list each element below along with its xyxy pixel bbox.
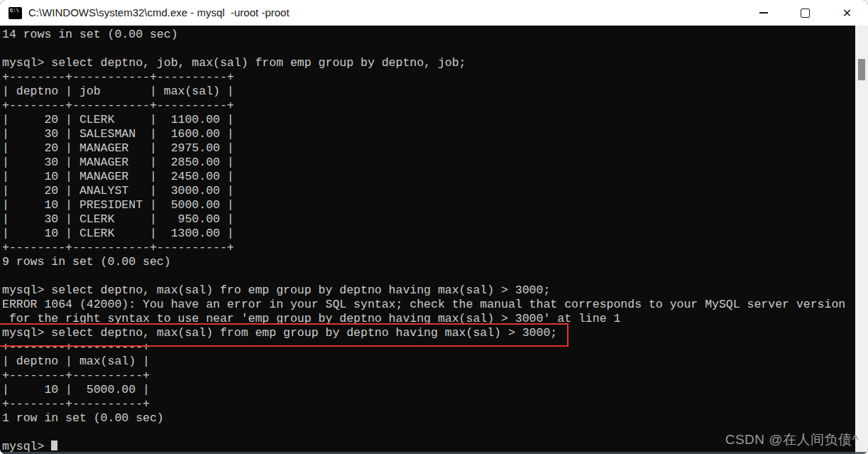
terminal-line-rowcount: 14 rows in set (0.00 sec) xyxy=(2,28,855,42)
terminal-output[interactable]: 14 rows in set (0.00 sec) mysql> select … xyxy=(0,26,855,454)
terminal-line-query1: mysql> select deptno, job, max(sal) from… xyxy=(2,56,855,70)
table-row: | 30 | SALESMAN | 1600.00 | xyxy=(2,127,855,141)
table-row: | 20 | CLERK | 1100.00 | xyxy=(2,113,855,127)
terminal-line-table-border: +--------+----------+ xyxy=(2,397,855,411)
title-bar[interactable]: C:\ C:\WINDOWS\system32\cmd.exe - mysql … xyxy=(0,0,868,26)
terminal-line-table-border: +--------+-----------+----------+ xyxy=(2,99,855,113)
terminal-line-query2-typo: mysql> select deptno, max(sal) fro emp g… xyxy=(2,283,855,298)
minimize-button[interactable] xyxy=(742,0,784,26)
table-row: | 10 | PRESIDENT | 5000.00 | xyxy=(2,198,855,212)
terminal-line-table-header: | deptno | job | max(sal) | xyxy=(2,85,855,99)
terminal-line-table-header: | deptno | max(sal) | xyxy=(2,355,855,369)
table-row: | 10 | CLERK | 1300.00 | xyxy=(2,227,855,241)
terminal-line-table-border: +--------+----------+ xyxy=(2,369,855,383)
terminal-line-blank xyxy=(2,42,855,56)
maximize-button[interactable] xyxy=(784,0,826,26)
terminal-line-query3-highlighted: mysql> select deptno, max(sal) from emp … xyxy=(2,326,855,340)
cmd-window: C:\ C:\WINDOWS\system32\cmd.exe - mysql … xyxy=(0,0,868,454)
maximize-icon xyxy=(801,9,810,18)
close-icon: ✕ xyxy=(842,6,852,20)
table-row: | 30 | CLERK | 950.00 | xyxy=(2,212,855,227)
table-row: | 20 | ANALYST | 3000.00 | xyxy=(2,184,855,198)
cmd-icon: C:\ xyxy=(9,7,22,19)
table-row: | 30 | MANAGER | 2850.00 | xyxy=(2,156,855,170)
window-controls: ✕ xyxy=(742,0,868,26)
terminal-line-rowcount: 1 row in set (0.00 sec) xyxy=(2,411,855,426)
table-row: | 10 | 5000.00 | xyxy=(2,383,855,397)
terminal-line-blank xyxy=(2,269,855,283)
text-cursor xyxy=(51,441,57,450)
terminal-line-table-border: +--------+----------+ xyxy=(2,340,855,355)
csdn-watermark: CSDN @在人间负债^ xyxy=(725,431,859,449)
terminal-line-table-border: +--------+-----------+----------+ xyxy=(2,70,855,85)
minimize-icon xyxy=(759,12,768,13)
terminal-line-table-border: +--------+-----------+----------+ xyxy=(2,241,855,255)
vertical-scrollbar[interactable] xyxy=(855,26,868,454)
terminal-line-rowcount: 9 rows in set (0.00 sec) xyxy=(2,255,855,269)
terminal-line-error-wrap: for the right syntax to use near 'emp gr… xyxy=(2,312,855,326)
window-title: C:\WINDOWS\system32\cmd.exe - mysql -uro… xyxy=(28,0,290,26)
table-row: | 10 | MANAGER | 2450.00 | xyxy=(2,170,855,184)
terminal-line-error: ERROR 1064 (42000): You have an error in… xyxy=(2,298,855,312)
scrollbar-thumb[interactable] xyxy=(858,59,865,80)
table-row: | 20 | MANAGER | 2975.00 | xyxy=(2,141,855,156)
close-button[interactable]: ✕ xyxy=(826,0,868,26)
